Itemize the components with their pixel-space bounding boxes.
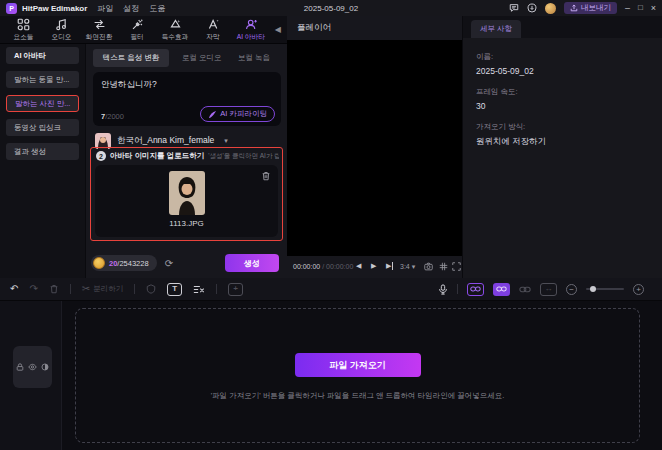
ai-copywriting-button[interactable]: AI 카피라이팅 [200,106,275,122]
uploaded-file-name: 1113.JPG [95,219,278,228]
playback-time: 00:00:00 / 00:00:00 [293,263,353,270]
video-preview[interactable] [287,40,462,256]
slider-handle[interactable] [590,286,596,292]
undo-button[interactable]: ↶ [10,284,18,294]
menu-help[interactable]: 도움 [149,3,165,14]
collapse-panel-icon[interactable]: ◀ [275,25,283,34]
credit-balance: 20 /2543228 [91,255,157,271]
sidebar-item-result[interactable]: 결과 생성 [6,143,79,160]
user-avatar[interactable] [545,3,556,14]
divider [134,284,135,294]
credits-row: 20 /2543228 ⟳ 생성 [91,254,279,272]
fullscreen-icon[interactable] [452,262,461,271]
elements-icon [17,18,30,31]
record-voiceover-icon[interactable] [438,284,448,295]
mask-icon[interactable] [146,284,156,294]
menu-file[interactable]: 파일 [97,3,113,14]
detail-value-import-mode: 원위치에 저장하기 [476,136,662,148]
nav-audio[interactable]: 오디오 [42,18,80,42]
zoom-in-button[interactable]: + [633,284,644,295]
delete-clip-icon[interactable] [49,284,59,294]
player-panel: 플레이어 00:00:00 / 00:00:00 ◀ ▶ ▶ 3:4 ▾ [287,16,462,278]
feedback-icon[interactable] [509,3,519,13]
details-panel: 세부 사항 이름: 2025-05-09_02 프레임 속도: 30 가져오기 … [462,16,662,278]
generate-button[interactable]: 생성 [225,254,279,272]
mute-track-icon[interactable] [41,363,49,371]
coin-icon [93,257,105,269]
ai-pen-icon [208,110,217,119]
detail-label-import-mode: 가져오기 방식: [476,122,662,132]
nav-elements[interactable]: 요소들 [4,18,42,42]
grid-icon[interactable] [439,262,448,271]
magnetic-snap-icon[interactable] [493,283,510,296]
timeline-toolbar: ↶ ↷ ✂ 분리하기 T + [0,278,662,301]
divider [70,284,71,294]
sidebar-item-talking-photo[interactable]: 말하는 사진 만... [6,95,79,112]
talking-photo-panel: 텍스트 음성 변환 로컬 오디오 보컬 녹음 안녕하십니까? 7/2000 AI… [85,44,287,278]
nav-filter[interactable]: 필터 [118,18,156,42]
sidebar-item-video-lipsync[interactable]: 동영상 립싱크 [6,119,79,136]
export-icon [570,4,578,12]
detail-value-name: 2025-05-09_02 [476,66,662,76]
upload-title: 아바타 이미지를 업로드하기 [110,151,204,161]
nav-transition[interactable]: 화면전환 [80,18,118,42]
nav-ai-avatar[interactable]: AI 아바타 [232,18,270,42]
upload-hint: '생성'을 클릭하면 AI가 립싱크한 비 [208,152,279,161]
fit-timeline-icon[interactable]: ↔ [540,283,557,296]
download-update-icon[interactable] [527,3,537,13]
uploaded-avatar-image[interactable] [169,171,205,215]
next-frame-button[interactable]: ▶ [386,262,393,270]
split-button[interactable]: ✂ 분리하기 [82,284,123,294]
tts-text-input[interactable]: 안녕하십니까? 7/2000 AI 카피라이팅 [93,72,281,126]
tts-text-value: 안녕하십니까? [101,79,273,91]
effects-icon [169,18,182,31]
sidebar-item-talking-animal[interactable]: 말하는 동물 만... [6,71,79,88]
zoom-out-button[interactable]: − [566,284,577,295]
clear-timeline-icon[interactable] [193,284,205,295]
detail-label-framerate: 프레임 속도: [476,87,662,97]
app-logo-icon: P [6,3,17,14]
avatar-upload-section: 2 아바타 이미지를 업로드하기 '생성'을 클릭하면 AI가 립싱크한 비 1… [90,147,283,241]
player-controls: 00:00:00 / 00:00:00 ◀ ▶ ▶ 3:4 ▾ [287,256,462,278]
lock-track-icon[interactable] [16,363,24,371]
sidebar-item-ai-avatar[interactable]: AI 아바타 [6,47,79,64]
track-controls [13,346,52,388]
hide-track-icon[interactable] [28,363,37,371]
refresh-icon[interactable]: ⟳ [165,258,173,269]
divider [457,284,458,294]
close-button[interactable]: × [651,0,656,16]
aspect-ratio-selector[interactable]: 3:4 ▾ [400,263,415,271]
tab-local-audio[interactable]: 로컬 오디오 [182,49,222,67]
play-button[interactable]: ▶ [371,262,376,270]
menu-settings[interactable]: 설정 [123,3,139,14]
import-file-button[interactable]: 파일 가져오기 [295,353,421,377]
details-body: 이름: 2025-05-09_02 프레임 속도: 30 가져오기 방식: 원위… [463,38,662,148]
uploaded-image-card: 1113.JPG [95,165,278,237]
redo-button[interactable]: ↷ [29,284,37,294]
document-title: 2025-05-09_02 [304,4,358,13]
ai-avatar-icon [245,18,258,31]
snapshot-icon[interactable] [424,262,433,271]
link-clips-icon[interactable] [519,285,531,294]
tab-text-to-speech[interactable]: 텍스트 음성 변환 [93,49,169,67]
timeline-drop-zone[interactable]: 파일 가져오기 '파일 가져오기' 버튼을 클릭하거나 파일을 드래그 앤 드롭… [75,308,640,443]
prev-frame-button[interactable]: ◀ [356,262,361,270]
export-button[interactable]: 내보내기 [564,2,617,14]
timeline-zoom-slider[interactable] [586,288,624,290]
minimize-button[interactable]: – [625,0,630,16]
tab-details[interactable]: 세부 사항 [471,20,521,38]
timeline-body: 파일 가져오기 '파일 가져오기' 버튼을 클릭하거나 파일을 드래그 앤 드롭… [0,301,662,450]
delete-image-icon[interactable] [261,171,271,181]
tab-vocal-record[interactable]: 보컬 녹음 [238,49,270,67]
add-track-button[interactable]: + [228,283,243,296]
transition-icon [93,18,106,31]
app-name: HitPaw Edimakor [22,4,87,13]
maximize-button[interactable]: □ [638,0,643,16]
text-tool-button[interactable]: T [167,283,182,296]
player-title: 플레이어 [287,16,462,40]
filter-icon [131,18,144,31]
nav-subtitles[interactable]: 자막 [194,18,232,42]
auto-ripple-icon[interactable] [467,283,484,296]
track-header-strip [0,301,62,450]
nav-effects[interactable]: 특수효과 [156,18,194,42]
